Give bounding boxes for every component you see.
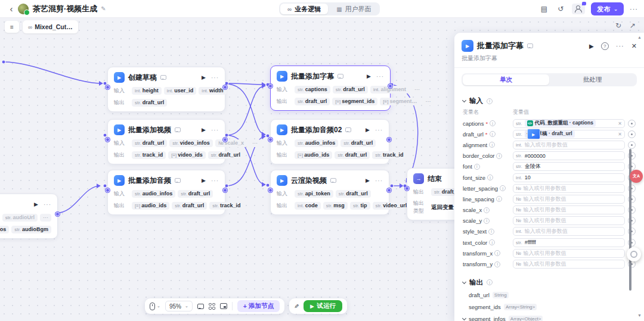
output-port[interactable] xyxy=(223,188,227,192)
output-port[interactable] xyxy=(223,85,227,89)
zoom-select[interactable]: 95% ⌄ xyxy=(165,301,193,311)
back-icon[interactable]: ‹ xyxy=(6,4,17,14)
output-section-header[interactable]: 输出 i xyxy=(454,273,644,289)
more-icon[interactable]: ··· xyxy=(211,177,219,184)
history-icon[interactable]: ↺ xyxy=(555,5,566,13)
reference-toggle-icon[interactable] xyxy=(628,120,636,127)
reference-toggle-icon[interactable] xyxy=(628,130,636,138)
port-dot[interactable] xyxy=(390,184,394,188)
more-icon[interactable]: ··· xyxy=(376,73,384,80)
comment-icon[interactable] xyxy=(345,127,351,132)
output-port[interactable] xyxy=(388,84,392,88)
value-field[interactable]: str.#000000 xyxy=(513,151,625,160)
run-node-icon[interactable]: ▶ xyxy=(202,177,206,183)
run-node-icon[interactable]: ▶ xyxy=(202,74,206,80)
comment-tool-icon[interactable] xyxy=(197,304,204,309)
output-port[interactable] xyxy=(387,138,391,142)
value-field[interactable]: str.</>代码_数据重组 · captions✕ xyxy=(513,119,625,128)
reference-chip[interactable]: ▶创建草稿 · draft_url xyxy=(525,130,575,138)
port-dot[interactable] xyxy=(266,134,270,138)
input-section-header[interactable]: 输入 i xyxy=(454,92,644,108)
input-port[interactable] xyxy=(405,186,409,191)
output-item-segment_infos[interactable]: segment_infosArray<Object> xyxy=(454,313,644,321)
reference-chip[interactable]: </>代码_数据重组 · captions xyxy=(525,120,596,127)
run-node-icon[interactable]: ▶ xyxy=(367,73,371,79)
node-offscreen-node[interactable]: ▶▶···输入nesstr.audioUrl···输出str.videosstr… xyxy=(0,194,58,239)
remove-icon[interactable]: ✕ xyxy=(618,132,622,137)
panel-scrollbar[interactable] xyxy=(629,149,631,291)
auto-layout-icon[interactable] xyxy=(209,303,215,310)
run-node-icon[interactable]: ▶ xyxy=(366,127,370,133)
value-field[interactable]: №输入或引用参数值 xyxy=(513,216,625,225)
run-node-icon[interactable]: ▶ xyxy=(366,177,370,183)
input-port[interactable] xyxy=(268,138,273,142)
expand-icon[interactable]: ↗ xyxy=(630,21,636,30)
port-dot[interactable] xyxy=(103,133,107,137)
value-field[interactable]: №输入或引用参数值 xyxy=(513,184,625,193)
tool-icon[interactable]: ✎ xyxy=(294,303,299,310)
tab-business-logic[interactable]: ∞ 业务逻辑 xyxy=(280,4,328,14)
run-node-icon[interactable]: ▶ xyxy=(34,201,38,207)
more-icon[interactable]: ··· xyxy=(375,127,383,133)
input-port[interactable] xyxy=(268,84,273,88)
value-field[interactable]: №输入或引用参数值 xyxy=(513,195,625,204)
more-icon[interactable]: ··· xyxy=(616,42,624,49)
input-port[interactable] xyxy=(106,138,110,142)
publish-button[interactable]: 发布 ⌄ xyxy=(591,2,624,15)
comment-icon[interactable] xyxy=(160,75,166,80)
output-port[interactable] xyxy=(387,188,391,192)
pointer-mode-button[interactable]: ⌄ xyxy=(150,303,160,310)
comment-icon[interactable] xyxy=(330,178,336,183)
value-field[interactable]: str.▶创建草稿 · draft_url✕ xyxy=(513,130,625,139)
reference-toggle-icon[interactable] xyxy=(628,141,636,149)
tab-single-run[interactable]: 单次 xyxy=(463,74,549,85)
output-port[interactable] xyxy=(223,138,227,142)
test-run-button[interactable]: ▶ 试运行 xyxy=(304,300,342,312)
tab-user-interface[interactable]: ▦ 用户界面 xyxy=(329,4,378,14)
input-port[interactable] xyxy=(268,188,273,192)
value-field[interactable]: int.输入或引用参数值 xyxy=(513,141,625,149)
value-field[interactable]: int.10 xyxy=(513,173,625,182)
node-end[interactable]: →结束输出str.draft_url输出类型返回变量 xyxy=(407,168,462,220)
minimap-icon[interactable] xyxy=(220,303,227,309)
edit-title-icon[interactable]: ✎ xyxy=(101,5,106,12)
port-dot[interactable] xyxy=(2,60,5,64)
more-icon[interactable]: ··· xyxy=(630,5,638,13)
scroll-down-icon[interactable]: ▼ xyxy=(637,313,642,317)
scroll-up-icon[interactable]: ▲ xyxy=(637,35,642,39)
comment-icon[interactable] xyxy=(527,43,533,48)
value-field[interactable]: №输入或引用参数值 xyxy=(513,249,625,258)
workflow-tab[interactable]: ∞ Mixed_Cut… xyxy=(23,20,78,33)
more-icon[interactable]: ··· xyxy=(44,201,51,208)
run-node-icon[interactable]: ▶ xyxy=(202,127,206,133)
run-node-icon[interactable]: ▶ xyxy=(589,43,594,49)
comment-icon[interactable] xyxy=(338,74,343,79)
node-batch-add-audio-02[interactable]: ▶批量添加音频02▶···输入str.audio_infosstr.draft_… xyxy=(270,119,389,164)
node-batch-add-captions[interactable]: ▶批量添加字幕▶···输入str.captionsstr.draft_urlin… xyxy=(270,66,391,111)
translate-badge[interactable]: 文A xyxy=(630,170,643,183)
value-field[interactable]: №输入或引用参数值 xyxy=(513,205,625,214)
node-batch-add-audio[interactable]: ▶批量添加音频▶···输入str.audio_infosstr.draft_ur… xyxy=(107,170,225,215)
node-batch-add-video[interactable]: ▶批量添加视频▶···输入str.draft_urlstr.video_info… xyxy=(107,119,225,164)
value-field[interactable]: №输入或引用参数值 xyxy=(513,260,625,269)
close-icon[interactable]: ✕ xyxy=(631,42,637,50)
value-field[interactable]: str.#ffffff xyxy=(513,238,625,247)
tab-batch-run[interactable]: 批处理 xyxy=(549,74,636,85)
more-icon[interactable]: ··· xyxy=(211,127,219,133)
node-create-draft[interactable]: ▶创建草稿▶···输入int.heightint.user_idint.widt… xyxy=(107,67,225,112)
port-dot[interactable] xyxy=(103,82,107,85)
node-cloud-render-video[interactable]: ▶云渲染视频▶···输入str.api_tokenstr.draft_url输出… xyxy=(270,170,389,215)
collaborators-icon[interactable] xyxy=(572,4,585,14)
value-field[interactable]: int.输入或引用参数值 xyxy=(513,227,625,236)
input-port[interactable] xyxy=(106,188,110,192)
refresh-icon[interactable]: ↻ xyxy=(615,21,621,30)
port-dot[interactable] xyxy=(103,184,107,188)
canvas-menu-button[interactable]: ≡ xyxy=(5,21,19,33)
add-node-button[interactable]: + 添加节点 xyxy=(237,300,280,312)
more-icon[interactable]: ··· xyxy=(375,177,383,184)
remove-icon[interactable]: ✕ xyxy=(618,121,622,126)
more-icon[interactable]: ··· xyxy=(211,74,219,81)
comment-icon[interactable] xyxy=(175,178,181,183)
value-field[interactable]: str.金陵体 xyxy=(513,162,625,171)
port-dot[interactable] xyxy=(266,183,270,187)
